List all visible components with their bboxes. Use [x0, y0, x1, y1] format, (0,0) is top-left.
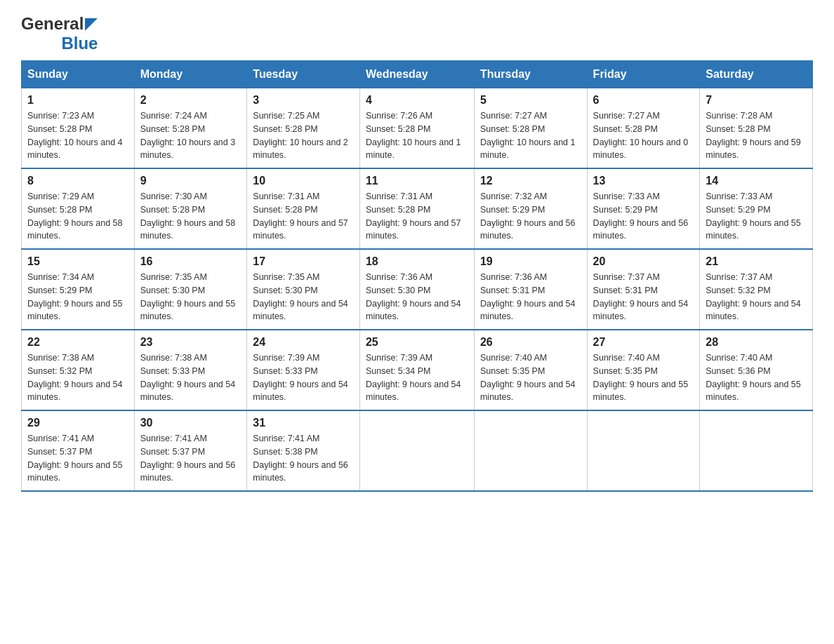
day-number: 15	[27, 255, 128, 268]
day-number: 23	[140, 336, 241, 349]
header-saturday: Saturday	[700, 61, 813, 88]
day-info: Sunrise: 7:35 AMSunset: 5:30 PMDaylight:…	[140, 271, 241, 323]
day-info: Sunrise: 7:36 AMSunset: 5:30 PMDaylight:…	[366, 271, 468, 323]
day-number: 30	[140, 417, 241, 429]
day-number: 17	[253, 255, 354, 268]
day-info: Sunrise: 7:23 AMSunset: 5:28 PMDaylight:…	[27, 109, 128, 162]
calendar-cell: 12Sunrise: 7:32 AMSunset: 5:29 PMDayligh…	[474, 168, 587, 249]
day-info: Sunrise: 7:31 AMSunset: 5:28 PMDaylight:…	[366, 190, 468, 243]
day-number: 19	[480, 255, 581, 268]
header-friday: Friday	[587, 61, 700, 88]
header-thursday: Thursday	[474, 61, 587, 88]
svg-marker-0	[85, 18, 98, 31]
logo: General Blue	[21, 14, 98, 53]
day-info: Sunrise: 7:41 AMSunset: 5:37 PMDaylight:…	[140, 432, 241, 485]
day-info: Sunrise: 7:37 AMSunset: 5:32 PMDaylight:…	[706, 271, 807, 323]
header-tuesday: Tuesday	[247, 61, 360, 88]
day-info: Sunrise: 7:24 AMSunset: 5:28 PMDaylight:…	[140, 109, 241, 162]
logo-blue-text: Blue	[61, 34, 98, 53]
day-number: 25	[366, 336, 468, 349]
calendar-week-row: 29Sunrise: 7:41 AMSunset: 5:37 PMDayligh…	[22, 410, 813, 491]
calendar-cell: 20Sunrise: 7:37 AMSunset: 5:31 PMDayligh…	[587, 249, 700, 330]
day-number: 16	[140, 255, 241, 268]
day-info: Sunrise: 7:39 AMSunset: 5:33 PMDaylight:…	[253, 351, 354, 404]
day-info: Sunrise: 7:35 AMSunset: 5:30 PMDaylight:…	[253, 271, 354, 323]
day-number: 28	[706, 336, 807, 349]
calendar-cell: 16Sunrise: 7:35 AMSunset: 5:30 PMDayligh…	[134, 249, 247, 330]
calendar-cell: 1Sunrise: 7:23 AMSunset: 5:28 PMDaylight…	[22, 88, 135, 169]
day-number: 31	[253, 417, 354, 429]
day-info: Sunrise: 7:37 AMSunset: 5:31 PMDaylight:…	[593, 271, 694, 323]
calendar-cell: 2Sunrise: 7:24 AMSunset: 5:28 PMDaylight…	[134, 88, 247, 169]
calendar-cell: 26Sunrise: 7:40 AMSunset: 5:35 PMDayligh…	[474, 330, 587, 410]
day-info: Sunrise: 7:38 AMSunset: 5:32 PMDaylight:…	[27, 351, 128, 404]
day-info: Sunrise: 7:27 AMSunset: 5:28 PMDaylight:…	[480, 109, 581, 162]
day-number: 26	[480, 336, 581, 349]
day-info: Sunrise: 7:29 AMSunset: 5:28 PMDaylight:…	[27, 190, 128, 243]
day-info: Sunrise: 7:39 AMSunset: 5:34 PMDaylight:…	[366, 351, 468, 404]
calendar-cell: 10Sunrise: 7:31 AMSunset: 5:28 PMDayligh…	[247, 168, 360, 249]
day-number: 18	[366, 255, 468, 268]
day-number: 24	[253, 336, 354, 349]
calendar-cell: 14Sunrise: 7:33 AMSunset: 5:29 PMDayligh…	[700, 168, 813, 249]
day-number: 3	[253, 94, 354, 107]
calendar-cell: 9Sunrise: 7:30 AMSunset: 5:28 PMDaylight…	[134, 168, 247, 249]
day-info: Sunrise: 7:25 AMSunset: 5:28 PMDaylight:…	[253, 109, 354, 162]
calendar-cell: 11Sunrise: 7:31 AMSunset: 5:28 PMDayligh…	[359, 168, 474, 249]
day-number: 6	[593, 94, 694, 107]
calendar-cell: 27Sunrise: 7:40 AMSunset: 5:35 PMDayligh…	[587, 330, 700, 410]
calendar-cell	[474, 410, 587, 491]
day-info: Sunrise: 7:40 AMSunset: 5:35 PMDaylight:…	[593, 351, 694, 404]
calendar-cell: 25Sunrise: 7:39 AMSunset: 5:34 PMDayligh…	[359, 330, 474, 410]
day-info: Sunrise: 7:41 AMSunset: 5:37 PMDaylight:…	[27, 432, 128, 485]
day-number: 14	[706, 175, 807, 187]
calendar-cell: 29Sunrise: 7:41 AMSunset: 5:37 PMDayligh…	[22, 410, 135, 491]
calendar-cell: 6Sunrise: 7:27 AMSunset: 5:28 PMDaylight…	[587, 88, 700, 169]
day-info: Sunrise: 7:38 AMSunset: 5:33 PMDaylight:…	[140, 351, 241, 404]
day-info: Sunrise: 7:40 AMSunset: 5:36 PMDaylight:…	[706, 351, 807, 404]
calendar-cell: 3Sunrise: 7:25 AMSunset: 5:28 PMDaylight…	[247, 88, 360, 169]
calendar-week-row: 1Sunrise: 7:23 AMSunset: 5:28 PMDaylight…	[22, 88, 813, 169]
day-number: 27	[593, 336, 694, 349]
day-number: 20	[593, 255, 694, 268]
calendar-cell	[359, 410, 474, 491]
calendar-header-row: SundayMondayTuesdayWednesdayThursdayFrid…	[22, 61, 813, 88]
calendar-week-row: 15Sunrise: 7:34 AMSunset: 5:29 PMDayligh…	[22, 249, 813, 330]
calendar-week-row: 8Sunrise: 7:29 AMSunset: 5:28 PMDaylight…	[22, 168, 813, 249]
logo-line2: Blue	[21, 34, 98, 53]
day-info: Sunrise: 7:26 AMSunset: 5:28 PMDaylight:…	[366, 109, 468, 162]
calendar-week-row: 22Sunrise: 7:38 AMSunset: 5:32 PMDayligh…	[22, 330, 813, 410]
day-number: 13	[593, 175, 694, 187]
day-number: 12	[480, 175, 581, 187]
calendar-cell: 18Sunrise: 7:36 AMSunset: 5:30 PMDayligh…	[359, 249, 474, 330]
calendar-cell: 5Sunrise: 7:27 AMSunset: 5:28 PMDaylight…	[474, 88, 587, 169]
calendar-cell: 19Sunrise: 7:36 AMSunset: 5:31 PMDayligh…	[474, 249, 587, 330]
calendar-cell: 30Sunrise: 7:41 AMSunset: 5:37 PMDayligh…	[134, 410, 247, 491]
day-number: 11	[366, 175, 468, 187]
calendar-table: SundayMondayTuesdayWednesdayThursdayFrid…	[21, 60, 813, 492]
logo-arrow-icon	[85, 18, 98, 31]
day-number: 5	[480, 94, 581, 107]
day-info: Sunrise: 7:36 AMSunset: 5:31 PMDaylight:…	[480, 271, 581, 323]
day-number: 7	[706, 94, 807, 107]
header-wednesday: Wednesday	[359, 61, 474, 88]
calendar-cell: 8Sunrise: 7:29 AMSunset: 5:28 PMDaylight…	[22, 168, 135, 249]
calendar-cell: 31Sunrise: 7:41 AMSunset: 5:38 PMDayligh…	[247, 410, 360, 491]
day-number: 9	[140, 175, 241, 187]
day-info: Sunrise: 7:34 AMSunset: 5:29 PMDaylight:…	[27, 271, 128, 323]
calendar-cell: 13Sunrise: 7:33 AMSunset: 5:29 PMDayligh…	[587, 168, 700, 249]
calendar-cell: 21Sunrise: 7:37 AMSunset: 5:32 PMDayligh…	[700, 249, 813, 330]
day-number: 29	[27, 417, 128, 429]
calendar-cell: 7Sunrise: 7:28 AMSunset: 5:28 PMDaylight…	[700, 88, 813, 169]
logo-line1: General	[21, 14, 98, 34]
calendar-cell: 4Sunrise: 7:26 AMSunset: 5:28 PMDaylight…	[359, 88, 474, 169]
day-info: Sunrise: 7:33 AMSunset: 5:29 PMDaylight:…	[593, 190, 694, 243]
calendar-cell: 15Sunrise: 7:34 AMSunset: 5:29 PMDayligh…	[22, 249, 135, 330]
header-sunday: Sunday	[22, 61, 135, 88]
day-number: 10	[253, 175, 354, 187]
logo-general-text: General	[21, 14, 84, 34]
day-info: Sunrise: 7:31 AMSunset: 5:28 PMDaylight:…	[253, 190, 354, 243]
calendar-cell: 23Sunrise: 7:38 AMSunset: 5:33 PMDayligh…	[134, 330, 247, 410]
header-monday: Monday	[134, 61, 247, 88]
day-number: 8	[27, 175, 128, 187]
